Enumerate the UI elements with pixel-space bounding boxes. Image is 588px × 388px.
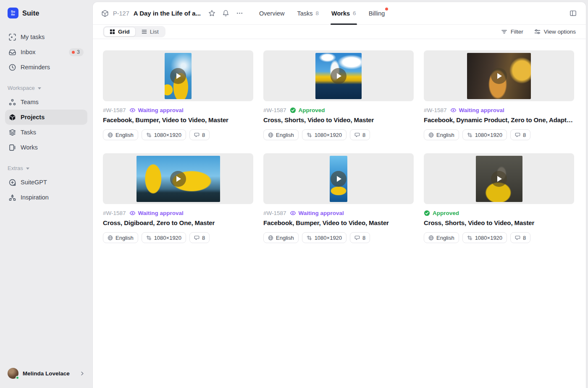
video-thumbnail[interactable] <box>103 153 253 204</box>
dimensions-label: 1080×1920 <box>475 235 502 241</box>
video-thumbnail[interactable] <box>263 50 414 101</box>
play-button[interactable] <box>491 171 507 187</box>
work-card[interactable]: Approved Cross, Shorts, Video to Video, … <box>424 153 574 243</box>
comment-icon <box>515 132 520 138</box>
tab-label: Overview <box>259 10 284 17</box>
work-card[interactable]: #W-1587 Waiting approval Cross, Digiboar… <box>103 153 253 243</box>
crop-icon <box>146 132 152 138</box>
dimensions-label: 1080×1920 <box>315 132 342 138</box>
list-icon <box>142 29 147 34</box>
play-button[interactable] <box>170 171 186 187</box>
dimensions-label: 1080×1920 <box>315 235 342 241</box>
comments-pill: 8 <box>510 129 530 140</box>
language-label: English <box>276 235 294 241</box>
sidebar-item-label: Inbox <box>21 49 35 55</box>
comments-count: 8 <box>362 235 365 241</box>
work-id: #W-1587 <box>103 107 126 113</box>
user-menu[interactable]: Melinda Lovelace <box>5 364 87 382</box>
sidebar-item-tasks[interactable]: Tasks <box>5 125 87 140</box>
language-pill: English <box>103 129 138 140</box>
crop-icon <box>307 132 312 138</box>
play-icon <box>176 176 181 182</box>
sidebar-item-inbox[interactable]: Inbox 3 <box>5 45 87 60</box>
work-title: Facebook, Bumper, Video to Video, Master <box>263 219 414 226</box>
comment-icon <box>194 235 200 241</box>
work-id: #W-1587 <box>263 210 286 216</box>
sidebar-item-my-tasks[interactable]: My tasks <box>5 29 87 45</box>
tab-works[interactable]: Works 6 <box>331 2 356 24</box>
works-grid: #W-1587 Waiting approval Facebook, Bumpe… <box>103 50 574 243</box>
sidebar-section-extras[interactable]: Extras <box>8 165 85 171</box>
comments-pill: 8 <box>350 129 370 140</box>
side-panel-toggle-button[interactable] <box>568 8 578 18</box>
view-options-button[interactable]: View options <box>534 29 576 35</box>
sidebar-item-teams[interactable]: Teams <box>5 94 87 110</box>
play-button[interactable] <box>491 68 507 84</box>
sidebar-section-workspace[interactable]: Workspace <box>8 85 85 91</box>
sidebar-item-inspiration[interactable]: Inspiration <box>5 190 87 205</box>
language-pill: English <box>263 232 299 243</box>
status-badge: Approved <box>424 210 459 216</box>
video-thumbnail[interactable] <box>263 153 414 204</box>
thumbnail-image <box>136 156 220 202</box>
play-button[interactable] <box>170 68 186 84</box>
comments-count: 8 <box>202 132 205 138</box>
inbox-unread-count: 3 <box>77 49 80 55</box>
play-icon <box>337 73 341 79</box>
tasks-layers-icon <box>9 129 16 136</box>
list-view-button[interactable]: List <box>136 27 165 37</box>
more-options-button[interactable] <box>234 8 245 18</box>
grid-icon <box>110 29 115 34</box>
dimensions-pill: 1080×1920 <box>462 129 507 140</box>
crop-icon <box>307 235 312 241</box>
tab-billing[interactable]: Billing <box>369 2 385 24</box>
status-text: Approved <box>433 210 459 216</box>
comments-count: 8 <box>362 132 365 138</box>
work-card[interactable]: #W-1587 Waiting approval Facebook, Bumpe… <box>103 50 253 140</box>
work-card[interactable]: #W-1587 Waiting approval Facebook, Bumpe… <box>263 153 414 243</box>
suite-logo-icon: Suite <box>8 8 18 18</box>
status-text: Waiting approval <box>138 210 184 216</box>
thumbnail-image <box>467 53 531 99</box>
sliders-icon <box>534 29 541 35</box>
comment-icon <box>354 235 360 241</box>
favorite-button[interactable] <box>207 8 217 18</box>
dimensions-pill: 1080×1920 <box>462 232 507 243</box>
sidebar-item-works[interactable]: Works <box>5 140 87 155</box>
globe-icon <box>428 235 434 241</box>
language-label: English <box>436 235 454 241</box>
comment-icon <box>354 132 360 138</box>
play-button[interactable] <box>331 171 346 187</box>
sidebar-item-label: Projects <box>21 114 45 121</box>
filter-button[interactable]: Filter <box>501 29 523 35</box>
work-id: #W-1587 <box>103 210 126 216</box>
play-button[interactable] <box>331 68 346 84</box>
video-thumbnail[interactable] <box>424 153 574 204</box>
sidebar-item-projects[interactable]: Projects <box>5 110 87 125</box>
dimensions-pill: 1080×1920 <box>142 232 186 243</box>
tab-label: Works <box>331 10 350 17</box>
view-toggle: Grid List <box>103 26 165 37</box>
ellipsis-icon <box>236 10 243 17</box>
tab-overview[interactable]: Overview <box>259 2 284 24</box>
dimensions-label: 1080×1920 <box>154 132 181 138</box>
app-name: Suite <box>22 9 39 17</box>
section-label-text: Extras <box>8 165 23 171</box>
thumbnail-image <box>476 156 522 202</box>
play-icon <box>337 176 341 182</box>
sidebar-item-suitegpt[interactable]: SuiteGPT <box>5 175 87 190</box>
inbox-unread-badge: 3 <box>69 48 84 56</box>
app-logo[interactable]: Suite Suite <box>5 8 87 18</box>
notifications-button[interactable] <box>220 8 231 18</box>
sidebar-item-reminders[interactable]: Reminders <box>5 60 87 75</box>
status-text: Waiting approval <box>138 107 184 113</box>
video-thumbnail[interactable] <box>103 50 253 101</box>
work-card[interactable]: #W-1587 Waiting approval Facebook, Dynam… <box>424 50 574 140</box>
grid-view-button[interactable]: Grid <box>104 27 136 37</box>
project-panel: P-127 A Day in the Life of a... Overview… <box>92 2 586 388</box>
video-thumbnail[interactable] <box>424 50 574 101</box>
eye-icon <box>129 107 136 113</box>
language-label: English <box>276 132 294 138</box>
tab-tasks[interactable]: Tasks 8 <box>297 2 319 24</box>
work-card[interactable]: #W-1587 Approved Cross, Shorts, Video to… <box>263 50 414 140</box>
